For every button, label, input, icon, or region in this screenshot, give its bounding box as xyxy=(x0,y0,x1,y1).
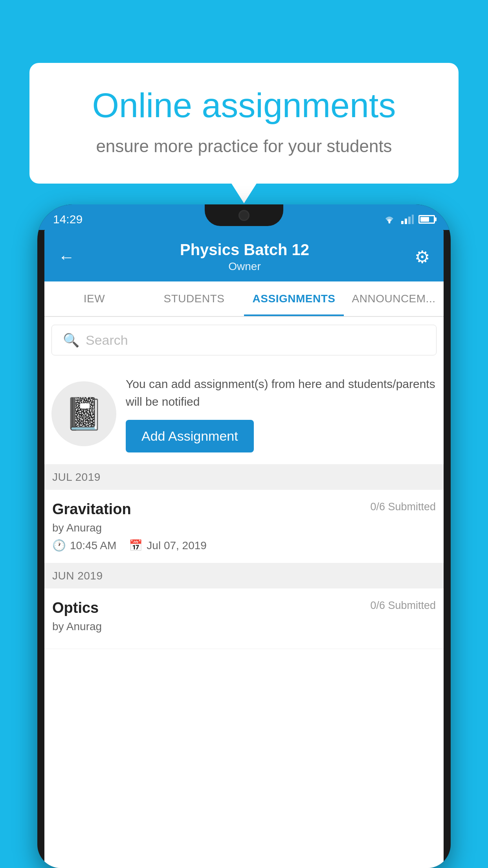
header-owner-label: Owner xyxy=(75,260,415,273)
submitted-count: 0/6 Submitted xyxy=(370,501,436,513)
back-button[interactable]: ← xyxy=(58,249,75,265)
camera-icon xyxy=(238,210,250,221)
search-icon: 🔍 xyxy=(63,332,79,348)
app-header: ← Physics Batch 12 Owner ⚙ xyxy=(44,230,444,281)
tab-students[interactable]: STUDENTS xyxy=(144,281,244,316)
tab-assignments[interactable]: ASSIGNMENTS xyxy=(244,281,344,316)
phone-notch xyxy=(205,204,283,226)
section-header-jun: JUN 2019 xyxy=(44,563,444,588)
optics-author: by Anurag xyxy=(52,620,436,633)
time-meta: 🕐 10:45 AM xyxy=(52,539,116,552)
header-title-group: Physics Batch 12 Owner xyxy=(75,241,415,273)
svg-rect-4 xyxy=(412,215,414,224)
tab-announcements[interactable]: ANNOUNCEM... xyxy=(344,281,444,316)
assignment-item-optics[interactable]: Optics 0/6 Submitted by Anurag xyxy=(44,588,444,649)
calendar-icon: 📅 xyxy=(129,539,143,552)
section-header-jul: JUL 2019 xyxy=(44,465,444,490)
promo-right: You can add assignment(s) from here and … xyxy=(126,375,437,452)
search-placeholder: Search xyxy=(86,333,128,348)
assignment-meta: 🕐 10:45 AM 📅 Jul 07, 2019 xyxy=(52,539,436,552)
speech-bubble-container: Online assignments ensure more practice … xyxy=(29,63,459,184)
wifi-icon xyxy=(382,215,396,224)
signal-icon xyxy=(401,215,414,224)
date-value: Jul 07, 2019 xyxy=(147,539,207,552)
tab-iew[interactable]: IEW xyxy=(44,281,144,316)
notebook-icon: 📓 xyxy=(64,395,104,432)
optics-title: Optics xyxy=(52,600,99,616)
promo-text: You can add assignment(s) from here and … xyxy=(126,375,437,410)
svg-point-0 xyxy=(389,221,391,223)
content-area: 🔍 Search 📓 You can add assignment(s) fro… xyxy=(44,317,444,868)
promo-icon-circle: 📓 xyxy=(51,381,116,446)
optics-row-top: Optics 0/6 Submitted xyxy=(52,600,436,616)
add-assignment-promo: 📓 You can add assignment(s) from here an… xyxy=(44,363,444,465)
app-screen: ← Physics Batch 12 Owner ⚙ IEW STUDENTS … xyxy=(44,230,444,868)
clock-icon: 🕐 xyxy=(52,539,66,552)
search-bar[interactable]: 🔍 Search xyxy=(51,325,437,355)
bubble-title: Online assignments xyxy=(57,86,431,125)
svg-rect-1 xyxy=(401,221,404,224)
status-time: 14:29 xyxy=(53,213,83,226)
settings-button[interactable]: ⚙ xyxy=(415,248,430,266)
svg-rect-2 xyxy=(405,219,407,224)
phone-frame: 14:29 ← xyxy=(37,204,451,868)
search-bar-wrapper: 🔍 Search xyxy=(44,317,444,363)
date-meta: 📅 Jul 07, 2019 xyxy=(129,539,207,552)
speech-bubble: Online assignments ensure more practice … xyxy=(29,63,459,184)
assignment-author: by Anurag xyxy=(52,522,436,534)
svg-rect-3 xyxy=(408,217,411,224)
bubble-subtitle: ensure more practice for your students xyxy=(57,136,431,156)
status-icons xyxy=(382,215,435,224)
optics-submitted: 0/6 Submitted xyxy=(370,600,436,612)
assignment-title: Gravitation xyxy=(52,501,131,518)
assignment-row-top: Gravitation 0/6 Submitted xyxy=(52,501,436,518)
batch-title: Physics Batch 12 xyxy=(75,241,415,259)
add-assignment-button[interactable]: Add Assignment xyxy=(126,420,254,452)
time-value: 10:45 AM xyxy=(70,539,116,552)
tabs-bar: IEW STUDENTS ASSIGNMENTS ANNOUNCEM... xyxy=(44,281,444,317)
assignment-item-gravitation[interactable]: Gravitation 0/6 Submitted by Anurag 🕐 10… xyxy=(44,490,444,563)
battery-icon xyxy=(418,215,435,224)
